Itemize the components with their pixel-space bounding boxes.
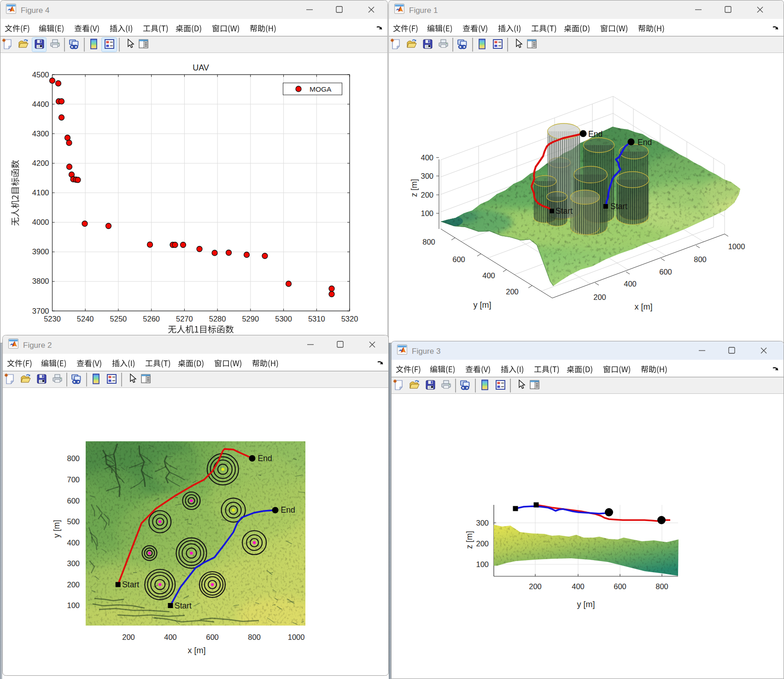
svg-text:End: End [588, 129, 603, 139]
svg-text:5280: 5280 [209, 315, 226, 323]
svg-text:800: 800 [694, 255, 707, 263]
svg-text:200: 200 [476, 539, 489, 548]
svg-text:Figure 4: Figure 4 [21, 6, 49, 15]
svg-text:400: 400 [572, 582, 585, 591]
svg-text:UAV: UAV [193, 63, 209, 72]
svg-text:End: End [258, 454, 272, 463]
svg-text:5260: 5260 [143, 315, 160, 323]
svg-text:5310: 5310 [308, 315, 325, 323]
svg-text:4300: 4300 [32, 129, 49, 138]
svg-text:4200: 4200 [32, 159, 49, 167]
svg-text:400: 400 [421, 153, 433, 162]
svg-text:300: 300 [67, 559, 80, 568]
svg-text:200: 200 [67, 580, 80, 589]
svg-text:MOGA: MOGA [310, 85, 332, 93]
svg-text:800: 800 [67, 454, 80, 462]
svg-text:z [m]: z [m] [410, 179, 419, 197]
svg-text:3900: 3900 [32, 247, 49, 256]
svg-text:1000: 1000 [728, 242, 745, 251]
svg-text:200: 200 [122, 633, 135, 641]
svg-text:3700: 3700 [32, 307, 49, 315]
svg-text:100: 100 [67, 601, 80, 609]
svg-text:4000: 4000 [32, 218, 49, 226]
svg-text:4500: 4500 [32, 70, 49, 79]
svg-text:200: 200 [506, 287, 519, 296]
svg-text:500: 500 [67, 517, 80, 526]
svg-text:1000: 1000 [288, 633, 305, 641]
svg-text:400: 400 [67, 539, 80, 547]
svg-text:4400: 4400 [32, 100, 49, 108]
svg-text:5300: 5300 [275, 315, 292, 323]
svg-text:600: 600 [206, 633, 219, 641]
svg-text:800: 800 [422, 238, 435, 246]
svg-text:Figure 2: Figure 2 [23, 341, 52, 350]
svg-text:Start: Start [556, 206, 573, 216]
svg-text:600: 600 [659, 268, 672, 276]
svg-text:End: End [281, 505, 295, 515]
svg-text:5290: 5290 [242, 315, 259, 323]
svg-text:5230: 5230 [44, 315, 61, 323]
svg-text:800: 800 [248, 633, 261, 641]
svg-text:y [m]: y [m] [577, 600, 595, 609]
svg-text:y [m]: y [m] [52, 520, 61, 538]
svg-text:600: 600 [452, 255, 465, 263]
svg-text:Figure 3: Figure 3 [412, 347, 440, 356]
svg-text:200: 200 [593, 293, 606, 301]
svg-text:Start: Start [122, 580, 139, 589]
svg-text:5270: 5270 [176, 315, 193, 323]
svg-text:5250: 5250 [110, 315, 127, 323]
svg-text:400: 400 [164, 633, 177, 641]
svg-text:600: 600 [614, 582, 626, 591]
svg-text:x [m]: x [m] [635, 302, 653, 311]
svg-text:End: End [638, 138, 652, 147]
svg-text:200: 200 [421, 191, 433, 199]
svg-text:400: 400 [624, 280, 637, 288]
svg-text:200: 200 [529, 582, 542, 591]
svg-text:x [m]: x [m] [188, 646, 206, 655]
svg-text:3800: 3800 [32, 277, 49, 285]
svg-text:Start: Start [610, 202, 627, 211]
svg-text:700: 700 [67, 475, 80, 484]
svg-text:600: 600 [67, 497, 80, 505]
svg-text:800: 800 [655, 582, 668, 591]
svg-text:Figure 1: Figure 1 [409, 6, 438, 15]
svg-text:100: 100 [476, 560, 489, 568]
svg-text:5320: 5320 [341, 315, 358, 323]
svg-text:300: 300 [421, 172, 433, 180]
svg-text:5240: 5240 [77, 315, 94, 323]
svg-text:4100: 4100 [32, 188, 49, 197]
svg-text:y [m]: y [m] [474, 300, 491, 310]
svg-text:400: 400 [482, 271, 495, 280]
svg-text:z [m]: z [m] [465, 531, 474, 549]
svg-text:Start: Start [175, 601, 192, 610]
svg-text:300: 300 [476, 519, 489, 527]
svg-text:100: 100 [421, 209, 433, 217]
